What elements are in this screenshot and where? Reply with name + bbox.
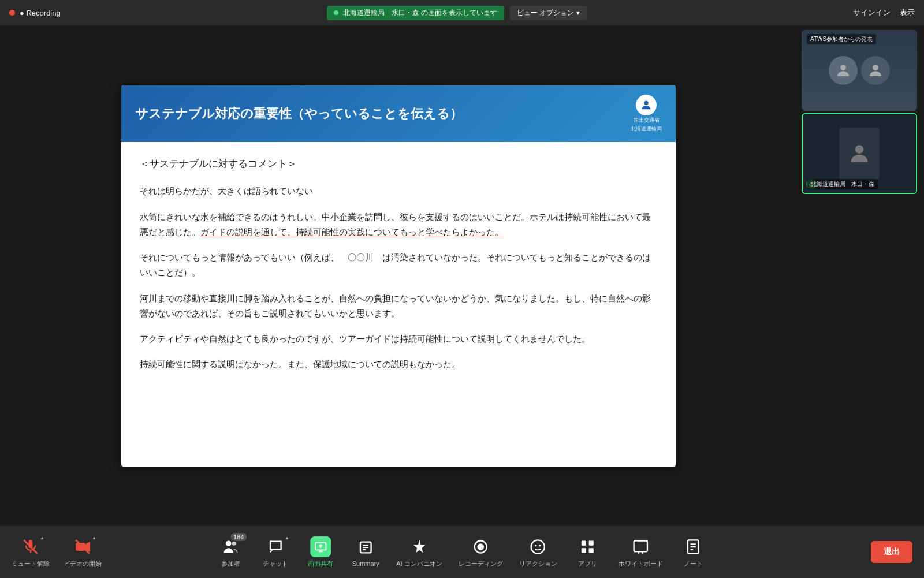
reaction-label: リアクション <box>519 560 557 568</box>
view-option-label: ビュー オプション <box>517 8 574 18</box>
toolbar-right: 退出 <box>871 541 912 563</box>
chat-button[interactable]: ▲ チャット <box>261 536 290 568</box>
apps-button[interactable]: アプリ <box>573 536 602 568</box>
chat-icon-area: ▲ <box>265 536 286 557</box>
slide-paragraph-1: それは明らかだが、大きくは語られていない <box>140 184 657 199</box>
end-call-button[interactable]: 退出 <box>871 541 912 563</box>
whiteboard-icon-area <box>630 536 651 557</box>
svg-point-0 <box>644 100 648 105</box>
notes-label: ノート <box>684 560 703 568</box>
whiteboard-label: ホワイトボード <box>619 560 663 568</box>
video-icon-area: ▲ <box>72 536 93 557</box>
signin-button[interactable]: サインイン <box>853 8 891 18</box>
reaction-icon-area <box>528 536 549 557</box>
participant-video-2: 北海道運輸局 水口・森 <box>802 113 917 194</box>
recording-button[interactable]: レコーディング <box>459 536 503 568</box>
slide-area: サステナブル対応の重要性（やっていることを伝える） 国土交通省 北海道運輸局 ＜… <box>0 25 797 526</box>
share-screen-icon-area <box>310 536 331 557</box>
video2-label: 北海道運輸局 水口・森 <box>807 179 878 189</box>
reaction-button[interactable]: リアクション <box>519 536 557 568</box>
svg-point-11 <box>226 540 231 546</box>
top-bar-center: 北海道運輸局 水口・森 の画面を表示しています ビュー オプション ▾ <box>327 6 587 20</box>
recording-label: ● Recording <box>20 9 61 17</box>
mute-button[interactable]: ▲ ミュート解除 <box>12 536 50 568</box>
share-screen-label: 画面共有 <box>308 560 333 568</box>
ai-companion-button[interactable]: AI コンパニオン <box>396 536 442 568</box>
chat-chevron: ▲ <box>285 535 289 540</box>
svg-point-20 <box>477 543 484 550</box>
participants-button[interactable]: 184 ▲ 参加者 <box>216 536 245 568</box>
display-button[interactable]: 表示 <box>900 8 915 18</box>
top-bar: ● Recording 北海道運輸局 水口・森 の画面を表示しています ビュー … <box>0 0 924 25</box>
recording-dot <box>9 10 15 16</box>
video-chevron: ▲ <box>92 535 96 540</box>
ai-companion-icon-area <box>409 536 430 557</box>
slide-paragraph-3: それについてもっと情報があってもいい（例えば、 〇〇川 は汚染されていなかった。… <box>140 250 657 281</box>
svg-point-23 <box>539 544 541 546</box>
apps-icon-area <box>578 536 598 557</box>
svg-marker-18 <box>413 540 425 553</box>
slide-subtitle: ＜サステナブルに対するコメント＞ <box>140 156 657 173</box>
mute-chevron: ▲ <box>40 535 44 540</box>
video1-label: ATWS参加者からの発表 <box>807 34 876 44</box>
notes-icon-area <box>683 536 704 557</box>
summary-label: Summary <box>352 560 379 567</box>
notes-button[interactable]: ノート <box>679 536 708 568</box>
chat-label: チャット <box>263 560 288 568</box>
svg-rect-26 <box>582 548 586 553</box>
recording-indicator: ● Recording <box>9 9 61 17</box>
svg-point-3 <box>855 145 864 154</box>
avatar1 <box>829 56 858 85</box>
bottom-toolbar: ▲ ミュート解除 ▲ ビデオの開始 <box>0 526 924 578</box>
slide-title: サステナブル対応の重要性（やっていることを伝える） <box>135 105 463 122</box>
apps-label: アプリ <box>578 560 597 568</box>
avatar3 <box>839 128 880 180</box>
slide-body: ＜サステナブルに対するコメント＞ それは明らかだが、大きくは語られていない 水筒… <box>121 142 676 397</box>
participants-icon-area: 184 ▲ <box>220 536 241 557</box>
participants-chevron: ▲ <box>240 535 244 540</box>
slide-paragraph-6: 持続可能性に関する説明はなかった。また、保護地域についての説明もなかった。 <box>140 357 657 372</box>
slide-container: サステナブル対応の重要性（やっていることを伝える） 国土交通省 北海道運輸局 ＜… <box>121 85 676 467</box>
share-screen-button[interactable]: 画面共有 <box>306 536 335 568</box>
video-button[interactable]: ▲ ビデオの開始 <box>64 536 102 568</box>
chevron-down-icon: ▾ <box>576 9 580 17</box>
summary-button[interactable]: Summary <box>351 537 380 567</box>
screen-share-text: 北海道運輸局 水口・森 の画面を表示しています <box>343 8 497 18</box>
slide-paragraph-2-underline: ガイドの説明を通して、持続可能性の実践についてもっと学べたらよかった。 <box>200 227 504 237</box>
right-panel: ATWS参加者からの発表 北海道運輸局 水口・森 <box>797 25 924 526</box>
slide-header: サステナブル対応の重要性（やっていることを伝える） 国土交通省 北海道運輸局 <box>121 85 676 142</box>
mute-icon-area: ▲ <box>20 536 41 557</box>
participant-video-1: ATWS参加者からの発表 <box>802 30 917 111</box>
ai-companion-label: AI コンパニオン <box>396 560 442 568</box>
video-label-text: ビデオの開始 <box>64 560 102 568</box>
svg-point-2 <box>873 65 878 70</box>
slide-paragraph-2: 水筒にきれいな水を補給できるのはうれしい。中小企業を訪問し、彼らを支援するのはい… <box>140 210 657 240</box>
mute-label: ミュート解除 <box>12 560 50 568</box>
summary-icon-area <box>355 537 376 558</box>
recording-icon-area <box>470 536 491 557</box>
svg-rect-24 <box>582 540 586 545</box>
slide-paragraph-5: アクティビティや自然はとても良かったのですが、ツアーガイドは持続可能性について説… <box>140 331 657 346</box>
green-dot <box>334 10 338 15</box>
avatar2 <box>861 56 890 85</box>
svg-rect-28 <box>634 540 647 551</box>
screen-share-badge: 北海道運輸局 水口・森 の画面を表示しています <box>327 6 504 20</box>
whiteboard-button[interactable]: ホワイトボード <box>619 536 663 568</box>
share-screen-bg <box>310 536 331 557</box>
toolbar-center: 184 ▲ 参加者 ▲ チャット <box>216 536 707 568</box>
svg-rect-27 <box>589 548 594 553</box>
svg-point-22 <box>535 544 537 546</box>
top-bar-right: サインイン 表示 <box>853 8 915 18</box>
main-content: サステナブル対応の重要性（やっていることを伝える） 国土交通省 北海道運輸局 ＜… <box>0 25 924 526</box>
svg-rect-25 <box>589 540 594 545</box>
slide-logo: 国土交通省 北海道運輸局 <box>631 95 662 133</box>
svg-point-12 <box>232 541 236 545</box>
logo-text2: 北海道運輸局 <box>631 125 662 133</box>
logo-text1: 国土交通省 <box>634 117 660 124</box>
svg-point-1 <box>840 65 846 70</box>
svg-point-21 <box>531 540 545 553</box>
view-option-button[interactable]: ビュー オプション ▾ <box>510 6 587 20</box>
logo-icon <box>636 95 657 115</box>
toolbar-left: ▲ ミュート解除 ▲ ビデオの開始 <box>12 536 102 568</box>
slide-paragraph-4: 河川までの移動や直接川に脚を踏み入れることが、自然への負担になっていないかどうか… <box>140 291 657 322</box>
